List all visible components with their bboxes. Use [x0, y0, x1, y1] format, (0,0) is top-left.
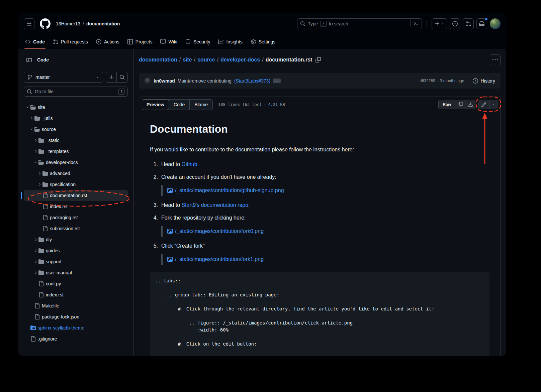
branch-name: master	[35, 75, 50, 80]
tree-item-developer-docs[interactable]: developer-docs	[24, 157, 128, 168]
tab-wiki[interactable]: Wiki	[158, 34, 180, 49]
tree-item-support[interactable]: support	[24, 256, 128, 267]
tab-blame[interactable]: Blame	[189, 100, 212, 110]
go-to-file-input[interactable]: Go to file t	[24, 87, 128, 97]
github-link[interactable]: Github.	[181, 161, 199, 167]
tree-item-documentation-rst[interactable]: documentation.rst	[24, 190, 128, 201]
hamburger-menu-button[interactable]	[24, 18, 34, 29]
file-icon	[38, 281, 44, 286]
tree-item-index-rst[interactable]: index.rst	[24, 201, 128, 212]
tree-item-submission-rst[interactable]: submission.rst	[24, 223, 128, 234]
tab-security[interactable]: Security	[183, 34, 213, 49]
header-breadcrumb: 13Homer13 / documentation	[56, 21, 120, 26]
tree-item-makefile[interactable]: Makefile	[24, 300, 128, 311]
download-button[interactable]	[465, 100, 475, 109]
copy-file-button[interactable]	[455, 100, 465, 109]
shield-icon	[185, 39, 191, 44]
tree-item-templates[interactable]: _templates	[24, 146, 128, 157]
header-repo-link[interactable]: documentation	[86, 21, 120, 26]
search-tree-button[interactable]	[117, 72, 128, 83]
pull-requests-button[interactable]	[463, 18, 474, 29]
global-search-input[interactable]: Type / to search	[297, 18, 422, 29]
tree-item-specification[interactable]: specification	[24, 179, 128, 190]
go-to-file-placeholder: Go to file	[35, 89, 54, 94]
start9-docs-repo-link[interactable]: Start9's documentation repo.	[181, 202, 250, 208]
image-path-link[interactable]: /_static/images/contribution/github-sign…	[175, 186, 284, 194]
breadcrumb-current-file: documentation.rst	[266, 57, 312, 63]
tab-insights[interactable]: Insights	[215, 34, 245, 49]
commit-author-avatar[interactable]	[144, 78, 151, 84]
breadcrumb-repo-link[interactable]: documentation	[139, 57, 177, 63]
sidebar-button-group	[106, 72, 128, 83]
edit-dropdown-button[interactable]	[489, 100, 497, 109]
file-icon	[42, 215, 48, 220]
issues-button[interactable]	[450, 18, 460, 29]
tree-item-sphinx-scylladb-theme[interactable]: sphinx-scylladb-theme	[24, 322, 128, 333]
chevron-right-icon	[33, 138, 38, 142]
chevron-right-icon	[37, 182, 42, 186]
image-path-link[interactable]: /_static/images/contribution/fork0.png	[175, 227, 264, 235]
commit-sha[interactable]: d632269	[420, 79, 435, 83]
tree-item-static[interactable]: _static	[24, 135, 128, 146]
plus-icon	[435, 21, 440, 26]
submodule-icon	[30, 325, 36, 331]
github-window: 13Homer13 / documentation Type / to sear…	[18, 13, 506, 356]
edit-file-button[interactable]	[478, 100, 489, 109]
rendered-document: Documentation If you would like to contr…	[139, 112, 500, 356]
tree-item-diy[interactable]: diy	[24, 234, 128, 245]
history-button[interactable]: History	[473, 78, 495, 84]
tree-item-source[interactable]: source	[24, 124, 128, 135]
tree-item-utils[interactable]: _utils	[24, 113, 128, 124]
tree-item-packaging-rst[interactable]: packaging.rst	[24, 212, 128, 223]
breadcrumb-source-link[interactable]: source	[197, 57, 215, 63]
file-options-button[interactable]	[490, 54, 501, 65]
tab-actions[interactable]: Actions	[93, 34, 122, 49]
file-toolbar: Preview Code Blame 108 lines (63 loc) · …	[139, 97, 500, 112]
tab-preview[interactable]: Preview	[142, 99, 169, 110]
tree-item-index-rst-2[interactable]: index.rst	[24, 289, 128, 300]
image-path-link[interactable]: /_static/images/contribution/fork1.png	[175, 255, 264, 263]
tree-item-user-manual[interactable]: user-manual	[24, 267, 128, 278]
header-owner-link[interactable]: 13Homer13	[56, 21, 80, 26]
copy-path-button[interactable]	[315, 57, 321, 62]
notifications-button[interactable]	[476, 18, 487, 29]
broken-image-icon	[167, 188, 173, 193]
create-new-button[interactable]	[432, 18, 447, 29]
breadcrumb-site-link[interactable]: site	[183, 57, 192, 63]
pull-request-icon	[466, 21, 471, 26]
tree-item-guides[interactable]: guides	[24, 245, 128, 256]
file-tree: site _utils source _static _templates de…	[24, 102, 128, 344]
file-icon	[42, 226, 48, 231]
tab-projects[interactable]: Projects	[125, 34, 155, 49]
tree-item-package-lock-json[interactable]: package-lock.json	[24, 311, 128, 322]
tree-item-conf-py[interactable]: conf.py	[24, 278, 128, 289]
copy-icon	[458, 102, 463, 107]
history-icon	[473, 78, 478, 84]
raw-button[interactable]: Raw	[439, 100, 455, 109]
play-icon	[96, 39, 101, 44]
commit-message[interactable]: Maint/remove contributing	[178, 78, 232, 84]
tree-item-advanced[interactable]: advanced	[24, 168, 128, 179]
collapse-sidebar-button[interactable]	[24, 54, 34, 65]
repo-nav: Code Pull requests Actions Projects Wiki…	[18, 34, 506, 49]
branch-selector[interactable]: master	[24, 72, 103, 83]
folder-icon	[38, 138, 44, 143]
command-palette-button[interactable]	[411, 20, 419, 27]
tab-pull-requests[interactable]: Pull requests	[50, 34, 91, 49]
tab-code-view[interactable]: Code	[169, 100, 189, 110]
tab-settings[interactable]: Settings	[248, 34, 278, 49]
breadcrumb-developer-docs-link[interactable]: developer-docs	[220, 57, 260, 63]
user-avatar[interactable]	[490, 18, 501, 29]
tab-code[interactable]: Code	[22, 34, 48, 49]
breadcrumb-separator: /	[83, 21, 84, 26]
tree-item-site[interactable]: site	[24, 102, 128, 113]
github-logo[interactable]	[40, 18, 51, 29]
file-content-box: Preview Code Blame 108 lines (63 loc) · …	[139, 97, 501, 356]
commit-pr-link[interactable]: (Start9Labs#373)	[234, 78, 270, 84]
tree-item-gitignore[interactable]: .gitignore	[24, 334, 128, 344]
commit-author[interactable]: kn0wmad	[154, 78, 175, 84]
folder-icon	[34, 116, 40, 121]
expand-commit-message-button[interactable]: ⋯	[273, 79, 281, 83]
blockquote: /_static/images/contribution/github-sign…	[161, 185, 284, 196]
add-file-button[interactable]	[106, 72, 117, 83]
